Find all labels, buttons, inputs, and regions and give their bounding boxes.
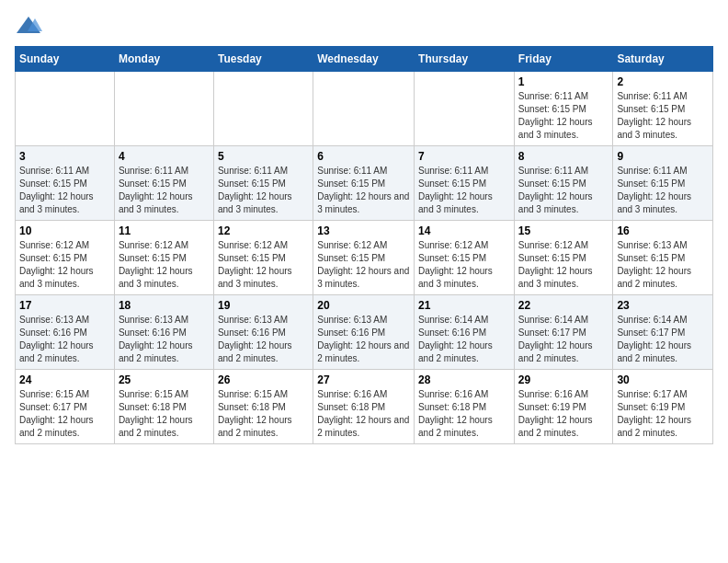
calendar-cell: 5Sunrise: 6:11 AM Sunset: 6:15 PM Daylig… bbox=[213, 146, 313, 221]
calendar-cell: 7Sunrise: 6:11 AM Sunset: 6:15 PM Daylig… bbox=[415, 146, 515, 221]
calendar-cell: 22Sunrise: 6:14 AM Sunset: 6:17 PM Dayli… bbox=[514, 295, 613, 370]
day-info: Sunrise: 6:11 AM Sunset: 6:15 PM Dayligh… bbox=[518, 90, 609, 142]
day-info: Sunrise: 6:15 AM Sunset: 6:18 PM Dayligh… bbox=[119, 388, 210, 440]
calendar-cell: 21Sunrise: 6:14 AM Sunset: 6:16 PM Dayli… bbox=[415, 295, 515, 370]
calendar-cell: 6Sunrise: 6:11 AM Sunset: 6:15 PM Daylig… bbox=[313, 146, 415, 221]
day-number: 17 bbox=[19, 299, 110, 312]
calendar-cell: 14Sunrise: 6:12 AM Sunset: 6:15 PM Dayli… bbox=[415, 221, 515, 295]
day-info: Sunrise: 6:11 AM Sunset: 6:15 PM Dayligh… bbox=[617, 90, 709, 142]
day-header-sunday: Sunday bbox=[16, 47, 115, 72]
day-info: Sunrise: 6:13 AM Sunset: 6:15 PM Dayligh… bbox=[617, 239, 709, 291]
day-info: Sunrise: 6:12 AM Sunset: 6:15 PM Dayligh… bbox=[218, 239, 309, 291]
calendar-cell: 9Sunrise: 6:11 AM Sunset: 6:15 PM Daylig… bbox=[613, 146, 713, 221]
day-number: 5 bbox=[218, 150, 309, 163]
day-info: Sunrise: 6:13 AM Sunset: 6:16 PM Dayligh… bbox=[19, 314, 110, 365]
calendar-cell bbox=[213, 72, 313, 146]
calendar-cell: 20Sunrise: 6:13 AM Sunset: 6:16 PM Dayli… bbox=[313, 295, 415, 370]
day-number: 2 bbox=[617, 75, 709, 88]
day-header-monday: Monday bbox=[114, 47, 213, 72]
calendar-week-3: 10Sunrise: 6:12 AM Sunset: 6:15 PM Dayli… bbox=[16, 221, 713, 295]
day-number: 21 bbox=[418, 299, 510, 312]
day-info: Sunrise: 6:11 AM Sunset: 6:15 PM Dayligh… bbox=[518, 165, 609, 216]
day-info: Sunrise: 6:13 AM Sunset: 6:16 PM Dayligh… bbox=[218, 314, 309, 365]
day-info: Sunrise: 6:14 AM Sunset: 6:17 PM Dayligh… bbox=[518, 314, 609, 365]
calendar-cell bbox=[16, 72, 115, 146]
day-number: 6 bbox=[317, 150, 410, 163]
day-info: Sunrise: 6:16 AM Sunset: 6:19 PM Dayligh… bbox=[518, 388, 609, 440]
day-info: Sunrise: 6:15 AM Sunset: 6:18 PM Dayligh… bbox=[218, 388, 309, 440]
page-header bbox=[15, 15, 713, 37]
calendar-header-row: SundayMondayTuesdayWednesdayThursdayFrid… bbox=[16, 47, 713, 72]
day-info: Sunrise: 6:14 AM Sunset: 6:16 PM Dayligh… bbox=[418, 314, 510, 365]
day-header-tuesday: Tuesday bbox=[213, 47, 313, 72]
calendar-cell: 23Sunrise: 6:14 AM Sunset: 6:17 PM Dayli… bbox=[613, 295, 713, 370]
day-number: 23 bbox=[617, 299, 709, 312]
day-number: 10 bbox=[19, 224, 110, 237]
logo bbox=[15, 15, 46, 37]
day-number: 16 bbox=[617, 224, 709, 237]
day-header-wednesday: Wednesday bbox=[313, 47, 415, 72]
calendar-cell: 25Sunrise: 6:15 AM Sunset: 6:18 PM Dayli… bbox=[114, 370, 213, 444]
calendar-cell: 13Sunrise: 6:12 AM Sunset: 6:15 PM Dayli… bbox=[313, 221, 415, 295]
day-info: Sunrise: 6:11 AM Sunset: 6:15 PM Dayligh… bbox=[218, 165, 309, 216]
day-number: 19 bbox=[218, 299, 309, 312]
day-info: Sunrise: 6:16 AM Sunset: 6:18 PM Dayligh… bbox=[418, 388, 510, 440]
day-info: Sunrise: 6:11 AM Sunset: 6:15 PM Dayligh… bbox=[119, 165, 210, 216]
calendar-cell bbox=[415, 72, 515, 146]
calendar-cell: 1Sunrise: 6:11 AM Sunset: 6:15 PM Daylig… bbox=[514, 72, 613, 146]
calendar-cell: 18Sunrise: 6:13 AM Sunset: 6:16 PM Dayli… bbox=[114, 295, 213, 370]
day-info: Sunrise: 6:12 AM Sunset: 6:15 PM Dayligh… bbox=[119, 239, 210, 291]
calendar-cell: 12Sunrise: 6:12 AM Sunset: 6:15 PM Dayli… bbox=[213, 221, 313, 295]
day-number: 3 bbox=[19, 150, 110, 163]
calendar-cell: 2Sunrise: 6:11 AM Sunset: 6:15 PM Daylig… bbox=[613, 72, 713, 146]
day-info: Sunrise: 6:12 AM Sunset: 6:15 PM Dayligh… bbox=[518, 239, 609, 291]
logo-icon bbox=[15, 15, 42, 37]
calendar-week-2: 3Sunrise: 6:11 AM Sunset: 6:15 PM Daylig… bbox=[16, 146, 713, 221]
day-number: 4 bbox=[119, 150, 210, 163]
day-number: 14 bbox=[418, 224, 510, 237]
day-number: 22 bbox=[518, 299, 609, 312]
day-header-friday: Friday bbox=[514, 47, 613, 72]
day-number: 18 bbox=[119, 299, 210, 312]
calendar-cell: 29Sunrise: 6:16 AM Sunset: 6:19 PM Dayli… bbox=[514, 370, 613, 444]
day-number: 27 bbox=[317, 373, 410, 386]
day-number: 1 bbox=[518, 75, 609, 88]
calendar-week-1: 1Sunrise: 6:11 AM Sunset: 6:15 PM Daylig… bbox=[16, 72, 713, 146]
day-info: Sunrise: 6:15 AM Sunset: 6:17 PM Dayligh… bbox=[19, 388, 110, 440]
calendar-table: SundayMondayTuesdayWednesdayThursdayFrid… bbox=[15, 46, 713, 444]
day-info: Sunrise: 6:11 AM Sunset: 6:15 PM Dayligh… bbox=[617, 165, 709, 216]
calendar-cell: 30Sunrise: 6:17 AM Sunset: 6:19 PM Dayli… bbox=[613, 370, 713, 444]
calendar-cell: 27Sunrise: 6:16 AM Sunset: 6:18 PM Dayli… bbox=[313, 370, 415, 444]
day-info: Sunrise: 6:11 AM Sunset: 6:15 PM Dayligh… bbox=[19, 165, 110, 216]
day-number: 28 bbox=[418, 373, 510, 386]
day-info: Sunrise: 6:11 AM Sunset: 6:15 PM Dayligh… bbox=[317, 165, 410, 216]
calendar-cell: 3Sunrise: 6:11 AM Sunset: 6:15 PM Daylig… bbox=[16, 146, 115, 221]
day-info: Sunrise: 6:14 AM Sunset: 6:17 PM Dayligh… bbox=[617, 314, 709, 365]
day-info: Sunrise: 6:12 AM Sunset: 6:15 PM Dayligh… bbox=[418, 239, 510, 291]
day-number: 15 bbox=[518, 224, 609, 237]
calendar-week-5: 24Sunrise: 6:15 AM Sunset: 6:17 PM Dayli… bbox=[16, 370, 713, 444]
calendar-cell: 17Sunrise: 6:13 AM Sunset: 6:16 PM Dayli… bbox=[16, 295, 115, 370]
calendar-cell: 24Sunrise: 6:15 AM Sunset: 6:17 PM Dayli… bbox=[16, 370, 115, 444]
day-number: 26 bbox=[218, 373, 309, 386]
calendar-cell: 11Sunrise: 6:12 AM Sunset: 6:15 PM Dayli… bbox=[114, 221, 213, 295]
day-info: Sunrise: 6:16 AM Sunset: 6:18 PM Dayligh… bbox=[317, 388, 410, 440]
day-number: 25 bbox=[119, 373, 210, 386]
day-info: Sunrise: 6:12 AM Sunset: 6:15 PM Dayligh… bbox=[317, 239, 410, 291]
calendar-cell: 8Sunrise: 6:11 AM Sunset: 6:15 PM Daylig… bbox=[514, 146, 613, 221]
calendar-cell: 26Sunrise: 6:15 AM Sunset: 6:18 PM Dayli… bbox=[213, 370, 313, 444]
day-info: Sunrise: 6:11 AM Sunset: 6:15 PM Dayligh… bbox=[418, 165, 510, 216]
day-number: 11 bbox=[119, 224, 210, 237]
calendar-cell bbox=[114, 72, 213, 146]
calendar-cell: 10Sunrise: 6:12 AM Sunset: 6:15 PM Dayli… bbox=[16, 221, 115, 295]
day-number: 20 bbox=[317, 299, 410, 312]
calendar-cell: 19Sunrise: 6:13 AM Sunset: 6:16 PM Dayli… bbox=[213, 295, 313, 370]
day-number: 8 bbox=[518, 150, 609, 163]
day-info: Sunrise: 6:12 AM Sunset: 6:15 PM Dayligh… bbox=[19, 239, 110, 291]
day-number: 29 bbox=[518, 373, 609, 386]
day-number: 9 bbox=[617, 150, 709, 163]
calendar-cell bbox=[313, 72, 415, 146]
day-number: 30 bbox=[617, 373, 709, 386]
day-header-thursday: Thursday bbox=[415, 47, 515, 72]
calendar-cell: 28Sunrise: 6:16 AM Sunset: 6:18 PM Dayli… bbox=[415, 370, 515, 444]
